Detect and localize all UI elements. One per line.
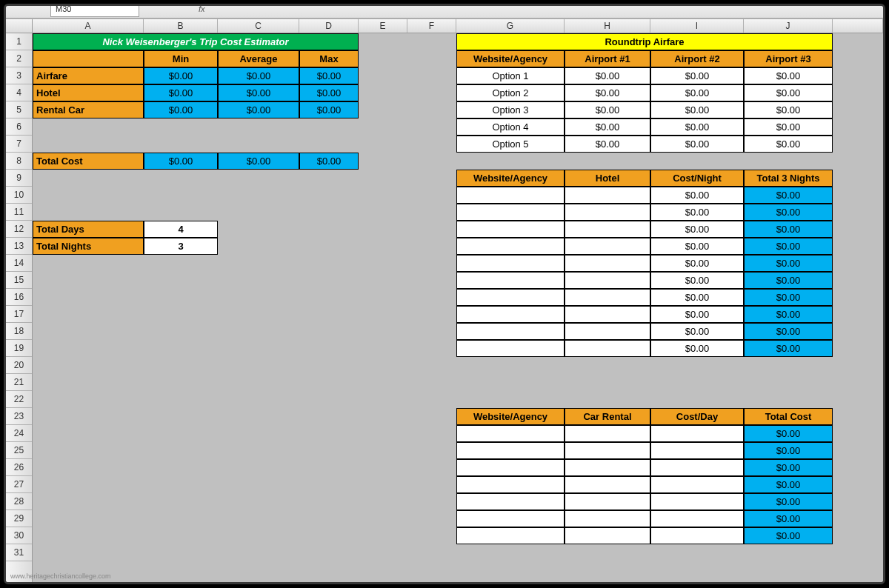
- hotel-j-7[interactable]: $0.00: [744, 306, 833, 323]
- car-h-5[interactable]: [565, 510, 650, 527]
- hotel-j-0[interactable]: $0.00: [744, 187, 833, 204]
- row-header-8[interactable]: 8: [6, 153, 32, 170]
- col-header-H[interactable]: H: [565, 19, 650, 33]
- val-2-1[interactable]: $0.00: [218, 101, 299, 118]
- car-i-3[interactable]: [650, 476, 744, 493]
- air-4-3[interactable]: $0.00: [744, 136, 833, 153]
- col-header-C[interactable]: C: [218, 19, 299, 33]
- car-j-4[interactable]: $0.00: [744, 493, 833, 510]
- hotel-j-3[interactable]: $0.00: [744, 238, 833, 255]
- val-1-2[interactable]: $0.00: [299, 84, 359, 101]
- val-0-0[interactable]: $0.00: [144, 67, 218, 84]
- car-i-4[interactable]: [650, 493, 744, 510]
- hotel-j-2[interactable]: $0.00: [744, 221, 833, 238]
- row-header-1[interactable]: 1: [6, 33, 32, 50]
- row-header-29[interactable]: 29: [6, 510, 32, 527]
- car-j-6[interactable]: $0.00: [744, 527, 833, 544]
- total-label[interactable]: Total Cost: [33, 153, 144, 170]
- row-header-9[interactable]: 9: [6, 170, 32, 187]
- hotel-g-6[interactable]: [456, 289, 565, 306]
- row-header-16[interactable]: 16: [6, 289, 32, 306]
- col-header-I[interactable]: I: [650, 19, 744, 33]
- days-label[interactable]: Total Days: [33, 221, 144, 238]
- car-g-3[interactable]: [456, 476, 565, 493]
- air-2-1[interactable]: $0.00: [565, 101, 650, 118]
- hotel-i-9[interactable]: $0.00: [650, 340, 744, 357]
- val-2-0[interactable]: $0.00: [144, 101, 218, 118]
- row-header-23[interactable]: 23: [6, 408, 32, 425]
- row-header-28[interactable]: 28: [6, 493, 32, 510]
- hotel-h-1[interactable]: [565, 204, 650, 221]
- row-header-15[interactable]: 15: [6, 272, 32, 289]
- val-0-1[interactable]: $0.00: [218, 67, 299, 84]
- row-header-20[interactable]: 20: [6, 357, 32, 374]
- car-h-2[interactable]: [565, 459, 650, 476]
- air-0-0[interactable]: Option 1: [456, 67, 565, 84]
- hotel-hdr-2[interactable]: Cost/Night: [650, 170, 744, 187]
- row-header-27[interactable]: 27: [6, 476, 32, 493]
- col-header-J[interactable]: J: [744, 19, 833, 33]
- car-i-0[interactable]: [650, 425, 744, 442]
- val-1-0[interactable]: $0.00: [144, 84, 218, 101]
- car-g-5[interactable]: [456, 510, 565, 527]
- car-g-2[interactable]: [456, 459, 565, 476]
- col-header-B[interactable]: B: [144, 19, 218, 33]
- row-header-6[interactable]: 6: [6, 118, 32, 136]
- air-1-3[interactable]: $0.00: [744, 84, 833, 101]
- hotel-h-7[interactable]: [565, 306, 650, 323]
- hotel-i-7[interactable]: $0.00: [650, 306, 744, 323]
- blank-hdr[interactable]: [33, 50, 144, 67]
- air-0-2[interactable]: $0.00: [650, 67, 744, 84]
- hotel-h-5[interactable]: [565, 272, 650, 289]
- row-header-11[interactable]: 11: [6, 204, 32, 221]
- row-header-21[interactable]: 21: [6, 374, 32, 391]
- car-h-1[interactable]: [565, 442, 650, 459]
- air-1-1[interactable]: $0.00: [565, 84, 650, 101]
- row-header-30[interactable]: 30: [6, 527, 32, 544]
- hotel-h-2[interactable]: [565, 221, 650, 238]
- row-header-17[interactable]: 17: [6, 306, 32, 323]
- hotel-j-1[interactable]: $0.00: [744, 204, 833, 221]
- hdr-C[interactable]: Average: [218, 50, 299, 67]
- val-1-1[interactable]: $0.00: [218, 84, 299, 101]
- hotel-g-2[interactable]: [456, 221, 565, 238]
- air-3-0[interactable]: Option 4: [456, 118, 565, 136]
- total-2[interactable]: $0.00: [299, 153, 359, 170]
- car-i-1[interactable]: [650, 442, 744, 459]
- car-g-6[interactable]: [456, 527, 565, 544]
- row-header-26[interactable]: 26: [6, 459, 32, 476]
- row-header-18[interactable]: 18: [6, 323, 32, 340]
- hotel-j-9[interactable]: $0.00: [744, 340, 833, 357]
- car-hdr-1[interactable]: Car Rental: [565, 408, 650, 425]
- hotel-i-4[interactable]: $0.00: [650, 255, 744, 272]
- hotel-g-0[interactable]: [456, 187, 565, 204]
- col-header-E[interactable]: E: [359, 19, 407, 33]
- name-box[interactable]: M30: [50, 4, 139, 17]
- hotel-i-1[interactable]: $0.00: [650, 204, 744, 221]
- hotel-h-9[interactable]: [565, 340, 650, 357]
- label-1[interactable]: Hotel: [33, 84, 144, 101]
- days-val[interactable]: 4: [144, 221, 218, 238]
- car-h-0[interactable]: [565, 425, 650, 442]
- row-header-7[interactable]: 7: [6, 136, 32, 153]
- car-hdr-2[interactable]: Cost/Day: [650, 408, 744, 425]
- car-j-2[interactable]: $0.00: [744, 459, 833, 476]
- nights-val[interactable]: 3: [144, 238, 218, 255]
- col-header-A[interactable]: A: [33, 19, 144, 33]
- hdr-D[interactable]: Max: [299, 50, 359, 67]
- hotel-h-3[interactable]: [565, 238, 650, 255]
- air-2-3[interactable]: $0.00: [744, 101, 833, 118]
- air-3-2[interactable]: $0.00: [650, 118, 744, 136]
- car-hdr-3[interactable]: Total Cost: [744, 408, 833, 425]
- hotel-i-8[interactable]: $0.00: [650, 323, 744, 340]
- air-4-2[interactable]: $0.00: [650, 136, 744, 153]
- car-j-5[interactable]: $0.00: [744, 510, 833, 527]
- air-1-0[interactable]: Option 2: [456, 84, 565, 101]
- total-0[interactable]: $0.00: [144, 153, 218, 170]
- row-header-22[interactable]: 22: [6, 391, 32, 408]
- hotel-i-0[interactable]: $0.00: [650, 187, 744, 204]
- car-g-1[interactable]: [456, 442, 565, 459]
- row-header-24[interactable]: 24: [6, 425, 32, 442]
- total-1[interactable]: $0.00: [218, 153, 299, 170]
- air-hdr-3[interactable]: Airport #3: [744, 50, 833, 67]
